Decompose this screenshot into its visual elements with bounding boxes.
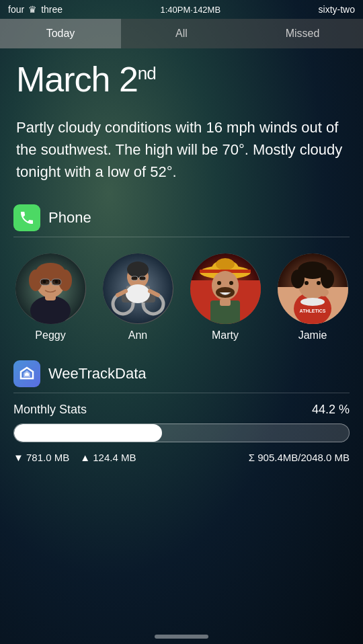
tab-missed[interactable]: Missed xyxy=(242,19,363,48)
date-title: March 2nd xyxy=(16,61,347,99)
data-total: Σ 905.4MB/2048.0 MB xyxy=(249,452,350,463)
svg-point-46 xyxy=(317,281,321,285)
date-sup: nd xyxy=(138,63,156,83)
avatar-marty xyxy=(190,253,261,324)
weetrackdata-section: WeeTrackData Monthly Stats 44.2 % ▼ 781.… xyxy=(0,355,363,469)
progress-bar-container xyxy=(13,424,350,442)
phone-app-icon xyxy=(13,204,40,231)
status-right: sixty-two xyxy=(319,4,355,15)
contact-marty[interactable]: Marty xyxy=(190,253,261,341)
avatar-peggy xyxy=(15,253,86,324)
ann-avatar-image xyxy=(103,253,173,324)
avatar-ann xyxy=(103,253,173,324)
data-left: ▼ 781.0 MB ▲ 124.4 MB xyxy=(13,452,136,463)
svg-point-33 xyxy=(229,281,233,285)
tab-today[interactable]: Today xyxy=(0,19,121,48)
svg-point-18 xyxy=(127,261,149,278)
svg-rect-9 xyxy=(40,279,50,285)
contact-ann-name: Ann xyxy=(128,329,147,341)
contact-ann[interactable]: Ann xyxy=(103,253,173,341)
phone-section: Phone xyxy=(0,199,363,237)
svg-point-21 xyxy=(126,284,150,303)
phone-section-title: Phone xyxy=(48,209,91,227)
avatar-jamie: ATHLETICS xyxy=(278,253,348,324)
data-download: ▼ 781.0 MB xyxy=(13,452,69,463)
wee-app-icon xyxy=(13,360,40,387)
status-left: four ♛ three xyxy=(8,4,63,15)
weather-section: Partly cloudy conditions with 16 mph win… xyxy=(0,106,363,199)
status-three: three xyxy=(41,4,63,15)
date-section: March 2nd xyxy=(0,48,363,106)
svg-rect-19 xyxy=(131,276,138,280)
contacts-row: Peggy xyxy=(0,241,363,348)
wee-section-title: WeeTrackData xyxy=(48,365,147,383)
monthly-stats-value: 44.2 % xyxy=(312,403,350,417)
contact-jamie[interactable]: ATHLETICS Jam xyxy=(278,253,348,341)
status-time-memory: 1:40PM·142MB xyxy=(160,5,220,15)
peggy-avatar-image xyxy=(15,253,86,324)
progress-bar-fill xyxy=(14,424,162,442)
status-signal: four xyxy=(8,4,24,15)
svg-point-32 xyxy=(217,281,221,285)
tab-bar: Today All Missed xyxy=(0,19,363,48)
contact-jamie-name: Jamie xyxy=(298,329,327,341)
tab-all[interactable]: All xyxy=(121,19,242,48)
marty-avatar-image xyxy=(190,253,261,324)
svg-rect-10 xyxy=(52,279,61,285)
svg-point-43 xyxy=(291,270,305,288)
wee-icon xyxy=(18,365,36,383)
status-crown-icon: ♛ xyxy=(28,4,37,15)
contact-peggy-name: Peggy xyxy=(35,329,65,341)
stats-row: Monthly Stats 44.2 % xyxy=(13,393,350,424)
svg-point-28 xyxy=(216,258,235,270)
svg-point-44 xyxy=(321,270,334,288)
svg-point-48 xyxy=(300,298,325,306)
svg-rect-35 xyxy=(220,299,231,306)
svg-point-47 xyxy=(318,288,329,296)
status-bar: four ♛ three 1:40PM·142MB sixty-two xyxy=(0,0,363,19)
phone-icon xyxy=(19,210,35,226)
data-upload: ▲ 124.4 MB xyxy=(80,452,136,463)
svg-text:ATHLETICS: ATHLETICS xyxy=(299,309,325,313)
contact-marty-name: Marty xyxy=(212,329,239,341)
monthly-stats-label: Monthly Stats xyxy=(13,403,87,417)
contact-peggy[interactable]: Peggy xyxy=(15,253,86,341)
wee-header: WeeTrackData xyxy=(13,355,350,393)
phone-header: Phone xyxy=(13,199,350,237)
jamie-avatar-image: ATHLETICS xyxy=(278,253,348,324)
svg-rect-20 xyxy=(139,276,146,280)
data-stats-row: ▼ 781.0 MB ▲ 124.4 MB Σ 905.4MB/2048.0 M… xyxy=(13,452,350,469)
svg-point-45 xyxy=(305,281,309,285)
weather-description: Partly cloudy conditions with 16 mph win… xyxy=(16,116,347,183)
